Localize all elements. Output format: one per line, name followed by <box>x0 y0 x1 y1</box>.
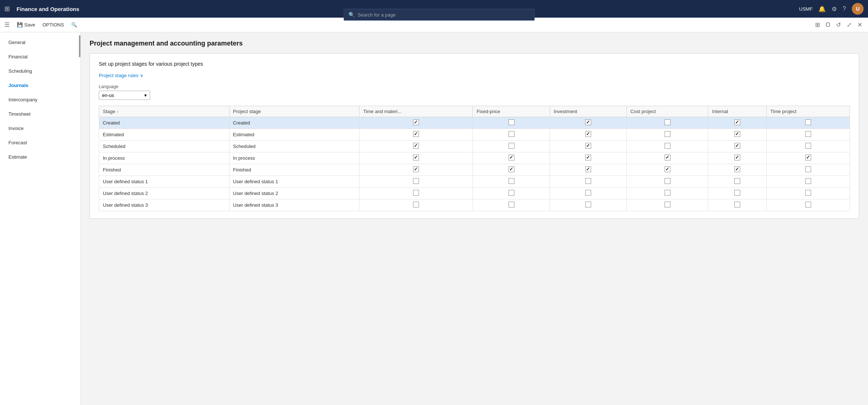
table-row[interactable]: User defined status 1User defined status… <box>99 176 850 188</box>
cell-timeProject[interactable] <box>767 164 850 176</box>
checkbox-fixedPrice[interactable] <box>509 166 514 172</box>
checkbox-fixedPrice[interactable] <box>509 202 514 207</box>
cell-timeMaterial[interactable] <box>359 164 473 176</box>
checkbox-fixedPrice[interactable] <box>509 143 514 149</box>
cell-fixedPrice[interactable] <box>473 199 550 211</box>
checkbox-costProject[interactable] <box>665 155 670 160</box>
sidebar-item-scheduling[interactable]: Scheduling <box>0 64 80 78</box>
cell-fixedPrice[interactable] <box>473 164 550 176</box>
help-icon[interactable]: ? <box>843 6 846 12</box>
checkbox-investment[interactable] <box>585 178 591 184</box>
sidebar-item-invoice[interactable]: Invoice <box>0 121 80 135</box>
cell-investment[interactable] <box>550 152 627 164</box>
checkbox-investment[interactable] <box>585 155 591 160</box>
cell-fixedPrice[interactable] <box>473 117 550 129</box>
cell-internal[interactable] <box>708 117 767 129</box>
cell-timeMaterial[interactable] <box>359 176 473 188</box>
checkbox-costProject[interactable] <box>665 143 670 149</box>
cell-investment[interactable] <box>550 141 627 152</box>
checkbox-internal[interactable] <box>734 190 740 196</box>
search-bar[interactable]: 🔍 <box>344 9 535 21</box>
save-button[interactable]: 💾 Save <box>14 21 38 29</box>
cell-internal[interactable] <box>708 141 767 152</box>
cell-costProject[interactable] <box>626 176 708 188</box>
cell-internal[interactable] <box>708 152 767 164</box>
cell-costProject[interactable] <box>626 152 708 164</box>
cell-investment[interactable] <box>550 164 627 176</box>
checkbox-fixedPrice[interactable] <box>509 155 514 160</box>
checkbox-timeProject[interactable] <box>805 166 811 172</box>
checkbox-investment[interactable] <box>585 143 591 149</box>
cell-costProject[interactable] <box>626 117 708 129</box>
checkbox-internal[interactable] <box>734 166 740 172</box>
cell-timeMaterial[interactable] <box>359 141 473 152</box>
checkbox-investment[interactable] <box>585 166 591 172</box>
cell-internal[interactable] <box>708 199 767 211</box>
cell-timeMaterial[interactable] <box>359 199 473 211</box>
table-row[interactable]: In processIn process <box>99 152 850 164</box>
checkbox-timeProject[interactable] <box>805 202 811 207</box>
cell-fixedPrice[interactable] <box>473 188 550 199</box>
cell-investment[interactable] <box>550 188 627 199</box>
search-toolbar-icon[interactable]: 🔍 <box>68 21 80 29</box>
close-icon[interactable]: ✕ <box>856 20 864 30</box>
checkbox-fixedPrice[interactable] <box>509 190 514 196</box>
checkbox-internal[interactable] <box>734 143 740 149</box>
cell-costProject[interactable] <box>626 199 708 211</box>
checkbox-timeProject[interactable] <box>805 119 811 125</box>
sidebar-item-general[interactable]: General <box>0 35 80 50</box>
cell-timeProject[interactable] <box>767 176 850 188</box>
checkbox-investment[interactable] <box>585 131 591 137</box>
checkbox-investment[interactable] <box>585 202 591 207</box>
cell-timeProject[interactable] <box>767 152 850 164</box>
cell-investment[interactable] <box>550 176 627 188</box>
cell-fixedPrice[interactable] <box>473 129 550 141</box>
checkbox-timeMaterial[interactable] <box>413 119 419 125</box>
grid-icon[interactable]: ⊞ <box>4 5 10 13</box>
hamburger-icon[interactable]: ☰ <box>4 21 10 28</box>
options-button[interactable]: OPTIONS <box>40 21 67 29</box>
checkbox-costProject[interactable] <box>665 131 670 137</box>
checkbox-timeProject[interactable] <box>805 178 811 184</box>
cell-costProject[interactable] <box>626 129 708 141</box>
checkbox-fixedPrice[interactable] <box>509 119 514 125</box>
sidebar-item-journals[interactable]: Journals <box>0 78 80 93</box>
table-row[interactable]: User defined status 3User defined status… <box>99 199 850 211</box>
checkbox-investment[interactable] <box>585 119 591 125</box>
checkbox-timeMaterial[interactable] <box>413 202 419 207</box>
grid-toolbar-icon[interactable]: ⊞ <box>814 20 821 30</box>
table-row[interactable]: ScheduledScheduled <box>99 141 850 152</box>
cell-costProject[interactable] <box>626 141 708 152</box>
checkbox-timeProject[interactable] <box>805 155 811 160</box>
cell-fixedPrice[interactable] <box>473 176 550 188</box>
checkbox-internal[interactable] <box>734 119 740 125</box>
checkbox-internal[interactable] <box>734 202 740 207</box>
cell-internal[interactable] <box>708 164 767 176</box>
cell-costProject[interactable] <box>626 164 708 176</box>
sidebar-item-forecast[interactable]: Forecast <box>0 135 80 150</box>
gear-icon[interactable]: ⚙ <box>832 6 837 12</box>
checkbox-fixedPrice[interactable] <box>509 131 514 137</box>
cell-internal[interactable] <box>708 129 767 141</box>
cell-investment[interactable] <box>550 117 627 129</box>
checkbox-timeProject[interactable] <box>805 143 811 149</box>
cell-timeMaterial[interactable] <box>359 117 473 129</box>
language-select[interactable]: en-us ▾ <box>99 91 150 100</box>
project-stage-rules-link[interactable]: Project stage rules ∨ <box>99 73 144 78</box>
checkbox-costProject[interactable] <box>665 190 670 196</box>
search-input[interactable] <box>358 12 530 18</box>
cell-timeProject[interactable] <box>767 129 850 141</box>
table-row[interactable]: User defined status 2User defined status… <box>99 188 850 199</box>
checkbox-internal[interactable] <box>734 178 740 184</box>
checkbox-costProject[interactable] <box>665 119 670 125</box>
office-icon[interactable]: O <box>824 20 832 30</box>
cell-investment[interactable] <box>550 199 627 211</box>
checkbox-timeProject[interactable] <box>805 131 811 137</box>
checkbox-timeMaterial[interactable] <box>413 155 419 160</box>
sidebar-item-financial[interactable]: Financial <box>0 50 80 64</box>
table-row[interactable]: FinishedFinished <box>99 164 850 176</box>
checkbox-investment[interactable] <box>585 190 591 196</box>
checkbox-costProject[interactable] <box>665 178 670 184</box>
expand-icon[interactable]: ⤢ <box>845 20 853 30</box>
cell-internal[interactable] <box>708 188 767 199</box>
